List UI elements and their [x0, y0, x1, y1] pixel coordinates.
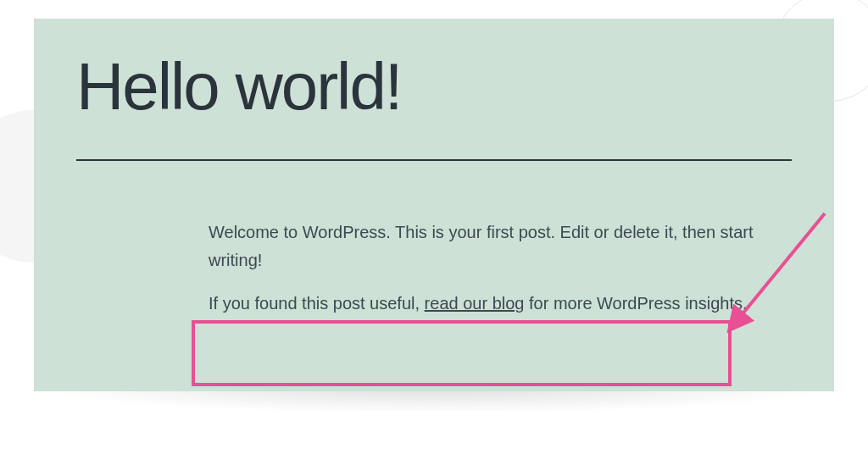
- title-divider: [76, 159, 792, 161]
- card-shadow: [34, 388, 834, 413]
- post-body: Welcome to WordPress. This is your first…: [209, 219, 783, 318]
- paragraph2-before: If you found this post useful,: [209, 294, 425, 313]
- post-paragraph-2: If you found this post useful, read our …: [209, 290, 783, 318]
- post-paragraph-1: Welcome to WordPress. This is your first…: [209, 219, 783, 274]
- paragraph2-after: for more WordPress insights.: [524, 294, 747, 313]
- post-title: Hello world!: [34, 19, 834, 124]
- post-card: Hello world! Welcome to WordPress. This …: [34, 19, 834, 391]
- read-blog-link[interactable]: read our blog: [425, 294, 525, 313]
